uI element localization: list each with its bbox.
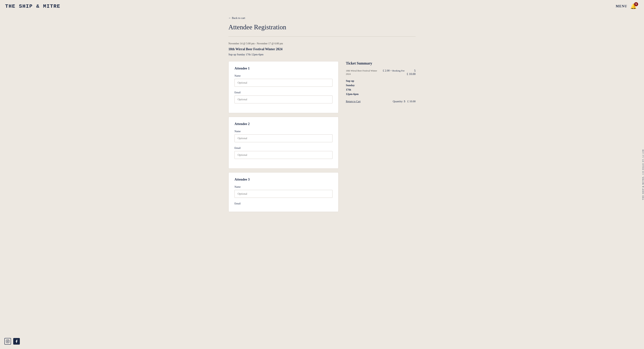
attendee-1-card: Attendee 1 Name Email xyxy=(228,61,338,113)
svg-point-1 xyxy=(7,341,8,342)
attendee-1-email-label: Email xyxy=(234,91,332,94)
attendee-2-name-input[interactable] xyxy=(234,134,332,142)
booking-fee-label: + Booking Fee xyxy=(390,69,404,72)
back-to-cart-link[interactable]: ← Back to cart xyxy=(228,16,245,20)
main-content: ← Back to cart Attendee Registration Nov… xyxy=(221,13,423,227)
attendee-1-name-input[interactable] xyxy=(234,79,332,87)
attendee-2-title: Attendee 2 xyxy=(234,122,332,126)
attendee-1-title: Attendee 1 xyxy=(234,66,332,70)
header: THE SHIP & MITRE MENU 🔔 5 xyxy=(0,0,644,13)
instagram-button[interactable] xyxy=(4,338,11,345)
attendee-2-name-group: Name xyxy=(234,130,332,146)
ticket-item-info: 18th Wirral Beer Festival Winter 2024 xyxy=(346,69,380,76)
ticket-item: 18th Wirral Beer Festival Winter 2024 £ … xyxy=(346,69,416,76)
attendee-1-email-input[interactable] xyxy=(234,95,332,103)
cart-badge: 5 xyxy=(634,2,638,6)
divider xyxy=(228,36,416,37)
attendee-2-card: Attendee 2 Name Email xyxy=(228,117,338,169)
attendee-2-email-label: Email xyxy=(234,147,332,150)
description-line-2: Sunday xyxy=(346,83,416,87)
attendee-1-name-group: Name xyxy=(234,74,332,90)
return-to-cart-button[interactable]: Return to Cart xyxy=(346,100,360,103)
description-line-1: Sup up xyxy=(346,79,416,83)
attendee-3-name-label: Name xyxy=(234,186,332,188)
attendee-2-email-input[interactable] xyxy=(234,151,332,159)
ticket-quantity: 5 xyxy=(414,69,416,72)
attendee-3-email-group: Email xyxy=(234,202,332,205)
side-address-text: THE SHIP & MITRE, 133 DALE ST, L2 2JH xyxy=(640,149,644,200)
quantity-value: 5 xyxy=(404,100,405,103)
description-line-3: 17th xyxy=(346,87,416,92)
ticket-summary-title: Ticket Summary xyxy=(346,61,416,65)
description-line-4: 12pm-6pm xyxy=(346,92,416,96)
event-date: November 14 @ 5:00 pm - November 17 @ 6:… xyxy=(228,42,416,45)
attendee-3-email-label: Email xyxy=(234,202,332,205)
footer-total-price: £ 10.00 xyxy=(407,100,416,103)
vertical-text-container: THE SHIP & MITRE, 133 DALE ST, L2 2JH xyxy=(640,0,644,349)
ticket-qty-total: 5 £ 10.00 xyxy=(407,69,416,76)
quantity-label: Quantity: xyxy=(393,100,403,103)
instagram-icon xyxy=(6,340,10,343)
ticket-summary-panel: Ticket Summary 18th Wirral Beer Festival… xyxy=(346,61,416,103)
page-title: Attendee Registration xyxy=(228,23,416,31)
header-right: MENU 🔔 5 xyxy=(616,3,637,9)
attendee-3-card: Attendee 3 Name Email xyxy=(228,172,338,212)
attendee-3-name-input[interactable] xyxy=(234,190,332,198)
event-subtitle: Sup up Sunday 17th 12pm-6pm xyxy=(228,53,416,56)
quantity-total: Quantity: 5 £ 10.00 xyxy=(393,100,416,103)
summary-footer: Return to Cart Quantity: 5 £ 10.00 xyxy=(346,100,416,103)
attendee-3-title: Attendee 3 xyxy=(234,178,332,181)
ticket-pricing: £ 2.00 + Booking Fee xyxy=(383,69,404,72)
svg-rect-0 xyxy=(6,340,9,343)
content-grid: Attendee 1 Name Email Attendee 2 Name xyxy=(228,61,416,216)
attendee-2-name-label: Name xyxy=(234,130,332,133)
ticket-name: 18th Wirral Beer Festival Winter 2024 xyxy=(346,69,377,75)
svg-point-2 xyxy=(8,341,9,341)
ticket-description: Sup up Sunday 17th 12pm-6pm xyxy=(346,79,416,96)
attendees-column: Attendee 1 Name Email Attendee 2 Name xyxy=(228,61,338,216)
ticket-total-amount: £ 10.00 xyxy=(407,72,416,76)
event-name: 18th Wirral Beer Festival Winter 2024 xyxy=(228,47,416,51)
site-title[interactable]: THE SHIP & MITRE xyxy=(5,3,60,9)
attendee-2-email-group: Email xyxy=(234,147,332,163)
footer-social xyxy=(4,338,20,345)
facebook-icon xyxy=(15,340,18,343)
facebook-button[interactable] xyxy=(13,338,20,345)
attendee-1-name-label: Name xyxy=(234,74,332,77)
attendee-3-name-group: Name xyxy=(234,186,332,201)
ticket-base-price: £ 2.00 + Booking Fee xyxy=(383,69,404,72)
menu-button[interactable]: MENU xyxy=(616,4,627,8)
cart-icon-wrapper[interactable]: 🔔 5 xyxy=(630,3,637,9)
attendee-1-email-group: Email xyxy=(234,91,332,107)
